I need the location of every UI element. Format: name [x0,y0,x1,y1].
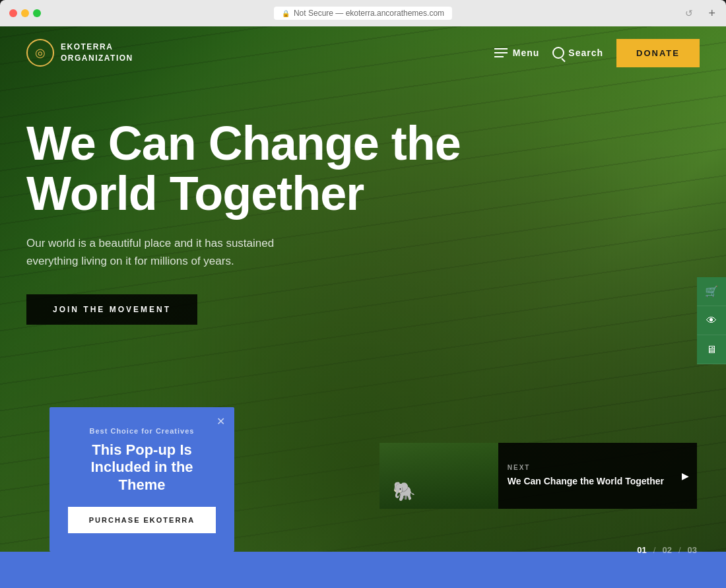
slide-divider-2: / [678,545,681,555]
screen-icon-button[interactable]: 🖥 [697,335,726,364]
logo-text: EKOTERRA ORGANIZATION [61,42,133,64]
hero-subtitle: Our world is a beautiful place and it ha… [26,234,304,270]
slide-divider-1: / [653,545,656,555]
slide-indicators: 01 / 02 / 03 [637,545,697,555]
view-icon-button[interactable]: 👁 [697,306,726,335]
slide-indicator-3[interactable]: 03 [688,545,697,555]
hero-section: We Can Change the World Together Our wor… [0,79,726,325]
logo-symbol: ◎ [35,46,46,60]
popup-cta-button[interactable]: PURCHASE EKOTERRA [68,507,216,533]
browser-viewport: ◎ EKOTERRA ORGANIZATION Menu Search DONA… [0,26,726,588]
popup-eyebrow: Best Choice for Creatives [68,427,216,435]
slide-next-label: NEXT [508,464,664,471]
donate-button[interactable]: DONATE [616,39,700,67]
close-window-button[interactable] [9,9,17,17]
maximize-window-button[interactable] [33,9,41,17]
slide-preview-text: NEXT We Can Change the World Together [498,443,673,509]
nav-right: Menu Search DONATE [494,39,700,67]
mac-titlebar: 🔒 Not Secure — ekoterra.ancorathemes.com… [0,0,726,26]
hamburger-icon [494,48,508,57]
security-icon: 🔒 [282,10,290,17]
refresh-button[interactable]: ↺ [685,8,693,18]
search-button[interactable]: Search [552,47,603,59]
slide-indicator-2[interactable]: 02 [662,545,671,555]
url-bar[interactable]: 🔒 Not Secure — ekoterra.ancorathemes.com [274,7,452,20]
menu-button[interactable]: Menu [494,48,540,58]
side-icon-panel: 🛒 👁 🖥 [697,277,726,364]
slide-play-button[interactable]: ▶ [673,443,697,509]
slide-preview: NEXT We Can Change the World Together ▶ [380,443,697,509]
slide-preview-title: We Can Change the World Together [508,475,664,487]
popup-close-button[interactable]: ✕ [216,415,225,428]
popup-modal: ✕ Best Choice for Creatives This Pop-up … [50,407,234,552]
slide-preview-image [380,443,498,509]
minimize-window-button[interactable] [21,9,29,17]
mac-traffic-lights [0,9,41,17]
popup-title: This Pop-up Is Included in the Theme [68,441,216,494]
new-tab-button[interactable]: + [708,7,715,20]
url-text: Not Secure — ekoterra.ancorathemes.com [294,9,444,18]
logo-icon: ◎ [26,39,54,67]
hero-title: We Can Change the World Together [26,119,475,218]
cart-icon-button[interactable]: 🛒 [697,277,726,306]
search-icon [552,47,564,59]
menu-label: Menu [513,48,540,58]
search-label: Search [568,48,603,58]
slide-indicator-1[interactable]: 01 [637,545,646,555]
logo[interactable]: ◎ EKOTERRA ORGANIZATION [26,39,133,67]
blue-footer-strip [0,552,726,588]
navbar: ◎ EKOTERRA ORGANIZATION Menu Search DONA… [0,26,726,79]
hero-cta-button[interactable]: JOIN THE MOVEMENT [26,294,197,325]
